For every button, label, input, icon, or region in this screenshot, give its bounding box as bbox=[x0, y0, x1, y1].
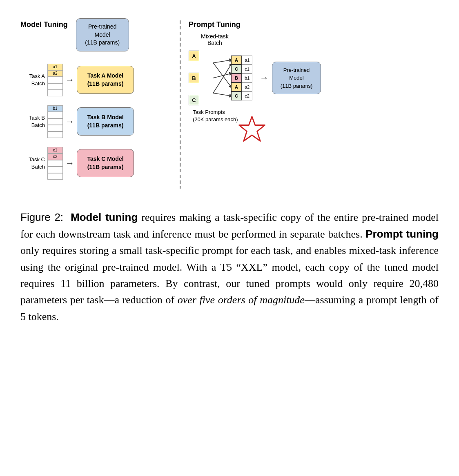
pretrained-box-right: Pre-trained Model (11B params) bbox=[272, 62, 321, 95]
task-a-row: Task A Batch a1 a2 → Task A Model (11B p… bbox=[20, 64, 134, 96]
svg-line-2 bbox=[213, 73, 231, 78]
task-c-arrow: → bbox=[65, 158, 74, 169]
task-a-batch: a1 a2 bbox=[47, 64, 63, 96]
prompt-label-b: B bbox=[189, 73, 199, 83]
caption-italic: over five orders of magnitude bbox=[178, 294, 305, 306]
caption-section: Figure 2: Model tuning requires making a… bbox=[16, 209, 443, 325]
crossing-arrows bbox=[203, 56, 231, 100]
mixed-row-4: C c2 bbox=[231, 91, 252, 100]
star-icon bbox=[238, 115, 266, 144]
prompt-tuning-panel: Prompt Tuning Mixed-task Batch A B C bbox=[189, 20, 439, 144]
prompt-task-labels: A B C bbox=[189, 51, 199, 105]
task-c-batch: c1 c2 bbox=[47, 147, 63, 180]
mixed-batch-label: Mixed-task Batch bbox=[201, 33, 229, 46]
mixed-row-3: A a2 bbox=[231, 82, 252, 91]
svg-line-4 bbox=[213, 93, 231, 96]
task-c-row: Task C Batch c1 c2 → Task C Model (11B p… bbox=[20, 147, 134, 180]
svg-line-3 bbox=[213, 65, 231, 93]
task-b-batch: b1 bbox=[47, 105, 63, 138]
figure-label: Figure 2: bbox=[20, 211, 63, 223]
svg-line-0 bbox=[213, 60, 231, 63]
prompt-tuning-title: Prompt Tuning bbox=[189, 20, 241, 29]
svg-line-1 bbox=[213, 63, 231, 87]
task-c-model-box: Task C Model (11B params) bbox=[77, 149, 134, 177]
svg-marker-5 bbox=[239, 117, 265, 141]
star-container bbox=[238, 115, 266, 144]
task-b-row: Task B Batch b1 → Task B Model (11B para… bbox=[20, 105, 134, 138]
task-a-model-box: Task A Model (11B params) bbox=[77, 66, 134, 94]
mixed-row-0: A a1 bbox=[231, 56, 252, 65]
diagram-section: Model Tuning Pre-trained Model (11B para… bbox=[16, 12, 443, 197]
model-tuning-bold: Model tuning bbox=[71, 211, 138, 223]
prompt-tuning-bold: Prompt tuning bbox=[365, 228, 439, 240]
task-a-arrow: → bbox=[65, 75, 74, 85]
task-b-model-box: Task B Model (11B params) bbox=[77, 107, 134, 136]
pretrained-box-top: Pre-trained Model (11B params) bbox=[76, 18, 129, 51]
task-prompts-label: Task Prompts (20K params each) bbox=[193, 109, 238, 123]
section-divider bbox=[180, 20, 180, 189]
mixed-row-1: C c1 bbox=[231, 65, 252, 73]
prompt-label-c: C bbox=[189, 95, 199, 105]
mixed-row-2: B b1 bbox=[231, 73, 252, 82]
model-tuning-title: Model Tuning bbox=[20, 20, 68, 29]
task-b-arrow: → bbox=[65, 116, 74, 127]
crossing-arrows-svg bbox=[203, 56, 231, 100]
mixed-batch-table: A a1 C c1 B b1 A a2 bbox=[231, 56, 252, 100]
arrow-to-pretrained: → bbox=[260, 73, 269, 83]
prompt-label-a: A bbox=[189, 51, 199, 61]
prompt-diagram: A B C bbox=[189, 51, 321, 105]
model-tuning-panel: Model Tuning Pre-trained Model (11B para… bbox=[20, 20, 172, 189]
